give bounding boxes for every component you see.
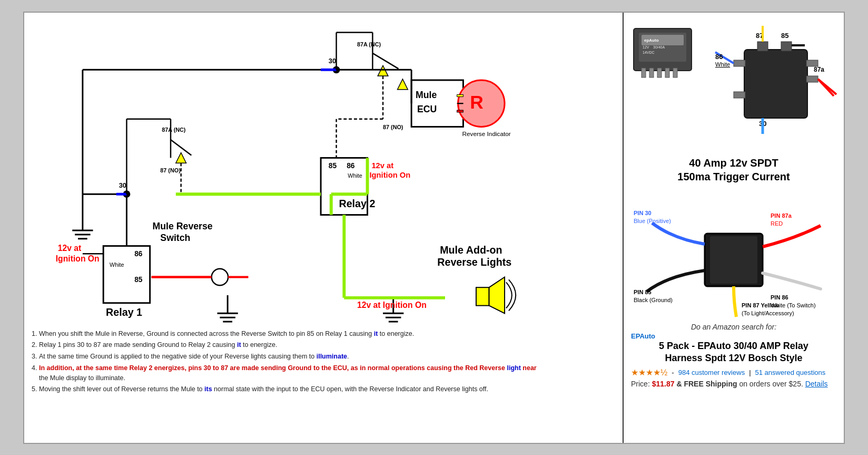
svg-text:Black (Ground): Black (Ground) xyxy=(634,297,673,303)
svg-text:Switch: Switch xyxy=(160,232,190,243)
price-label: Price: xyxy=(631,380,650,388)
svg-text:PIN 87a: PIN 87a xyxy=(771,212,792,219)
instruction-4: In addition, at the same time Relay 2 en… xyxy=(39,363,617,383)
review-count[interactable]: 984 customer reviews xyxy=(678,369,745,376)
svg-text:87 (NO): 87 (NO) xyxy=(383,124,403,130)
svg-text:85: 85 xyxy=(134,276,143,284)
svg-marker-56 xyxy=(378,65,388,76)
svg-text:86: 86 xyxy=(134,250,143,258)
svg-text:PIN 87 Yellow: PIN 87 Yellow xyxy=(742,302,779,308)
instructions: When you shift the Mule in Reverse, Grou… xyxy=(29,329,617,395)
svg-text:White: White xyxy=(715,61,730,67)
product-title: 5 Pack - EPAuto 30/40 AMP Relay Harness … xyxy=(631,340,836,365)
instruction-3: At the same time Ground is applied to th… xyxy=(39,352,617,362)
svg-text:12v at: 12v at xyxy=(371,161,393,170)
svg-text:30/40A: 30/40A xyxy=(653,45,665,49)
svg-text:87a: 87a xyxy=(814,66,824,73)
svg-text:14VDC: 14VDC xyxy=(643,51,655,54)
svg-text:12V: 12V xyxy=(643,45,649,49)
svg-rect-76 xyxy=(457,110,463,112)
svg-text:PIN 85: PIN 85 xyxy=(634,289,652,295)
svg-text:12v at: 12v at xyxy=(58,244,82,253)
relay-photo: epAuto 12V 30/40A 14VDC xyxy=(631,18,707,79)
svg-text:85: 85 xyxy=(329,162,337,170)
instruction-2: Relay 1 pins 30 to 87 are made sending G… xyxy=(39,340,617,350)
svg-rect-75 xyxy=(457,94,463,96)
svg-rect-12 xyxy=(103,246,150,303)
svg-text:Mule Add-on: Mule Add-on xyxy=(440,244,502,256)
svg-text:30: 30 xyxy=(119,181,126,189)
svg-text:Reverse Indicator: Reverse Indicator xyxy=(462,130,510,137)
price-row: Price: $11.87 & FREE Shipping on orders … xyxy=(631,380,836,388)
instruction-1: When you shift the Mule in Reverse, Grou… xyxy=(39,329,617,339)
amazon-search-label: Do an Amazon search for: xyxy=(631,323,836,331)
relay-images: epAuto 12V 30/40A 14VDC xyxy=(631,18,836,147)
svg-point-81 xyxy=(212,268,228,285)
svg-text:12v at Ignition On: 12v at Ignition On xyxy=(357,301,427,309)
svg-rect-97 xyxy=(649,68,654,78)
svg-text:86: 86 xyxy=(347,162,355,170)
svg-marker-47 xyxy=(176,152,186,163)
svg-text:87 (NO): 87 (NO) xyxy=(160,167,181,173)
details-link[interactable]: Details xyxy=(805,380,828,388)
separator: - xyxy=(672,369,674,376)
svg-rect-87 xyxy=(476,287,489,305)
svg-rect-101 xyxy=(744,50,807,118)
svg-text:Relay 1: Relay 1 xyxy=(106,306,142,318)
svg-marker-69 xyxy=(398,79,408,90)
price-amount: $11.87 xyxy=(652,380,675,388)
svg-rect-103 xyxy=(781,42,792,51)
svg-text:Mule: Mule xyxy=(416,90,437,100)
svg-text:White: White xyxy=(348,172,362,178)
main-container: 86 White 85 Relay 1 12v at Ignition On 3… xyxy=(23,12,845,444)
free-shipping: & FREE Shipping xyxy=(676,380,737,388)
separator2: | xyxy=(749,369,751,376)
svg-text:Ignition On: Ignition On xyxy=(369,170,410,179)
svg-text:Ignition On: Ignition On xyxy=(56,254,100,263)
svg-rect-100 xyxy=(673,68,677,78)
svg-text:PIN 86: PIN 86 xyxy=(771,294,788,301)
instruction-5: Moving the shift lever out of Reverse re… xyxy=(39,384,617,394)
relay-diagram-annotated: 87 85 86 White 87a 30 xyxy=(713,18,839,147)
svg-marker-88 xyxy=(489,277,505,313)
svg-text:30: 30 xyxy=(329,57,336,65)
relay-spec-title: 40 Amp 12v SPDT 150ma Trigger Current xyxy=(631,156,836,183)
svg-rect-104 xyxy=(734,60,745,66)
svg-text:87A (NC): 87A (NC) xyxy=(357,41,381,47)
svg-text:Mule Reverse: Mule Reverse xyxy=(153,221,213,231)
product-info: Do an Amazon search for: EPAuto 5 Pack -… xyxy=(631,323,836,389)
svg-text:(To Light/Accessory): (To Light/Accessory) xyxy=(742,310,794,316)
svg-rect-99 xyxy=(665,68,669,78)
svg-rect-121 xyxy=(710,236,757,284)
star-rating[interactable]: ★★★★½ xyxy=(631,367,667,377)
svg-text:Blue (Positive): Blue (Positive) xyxy=(634,218,671,224)
svg-text:ECU: ECU xyxy=(417,103,437,114)
svg-text:87A (NC): 87A (NC) xyxy=(162,127,186,133)
shipping-condition: on orders over $25. xyxy=(739,380,803,388)
svg-rect-102 xyxy=(757,42,768,51)
svg-line-117 xyxy=(818,79,834,96)
svg-text:Reverse Lights: Reverse Lights xyxy=(437,256,511,267)
svg-rect-98 xyxy=(657,68,662,78)
seller-name[interactable]: EPAuto xyxy=(631,332,836,340)
svg-rect-107 xyxy=(734,92,745,98)
relay-wiring-photo: PIN 30 Blue (Positive) PIN 85 Black (Gro… xyxy=(631,189,836,315)
svg-text:R: R xyxy=(470,92,484,112)
circuit-diagram: 86 White 85 Relay 1 12v at Ignition On 3… xyxy=(29,18,617,324)
svg-text:PIN 30: PIN 30 xyxy=(634,210,652,216)
svg-text:85: 85 xyxy=(781,32,788,40)
svg-line-54 xyxy=(372,53,398,68)
svg-rect-106 xyxy=(806,76,818,82)
svg-text:epAuto: epAuto xyxy=(644,38,659,43)
svg-text:86: 86 xyxy=(715,53,723,61)
diagram-section: 86 White 85 Relay 1 12v at Ignition On 3… xyxy=(24,13,623,443)
svg-rect-96 xyxy=(642,68,646,78)
product-section: epAuto 12V 30/40A 14VDC xyxy=(623,13,844,443)
svg-text:Relay 2: Relay 2 xyxy=(339,197,375,209)
svg-text:White: White xyxy=(110,261,124,267)
svg-text:RED: RED xyxy=(771,220,783,227)
answered-questions[interactable]: 51 answered questions xyxy=(755,369,826,376)
reviews-row: ★★★★½ - 984 customer reviews | 51 answer… xyxy=(631,367,836,377)
